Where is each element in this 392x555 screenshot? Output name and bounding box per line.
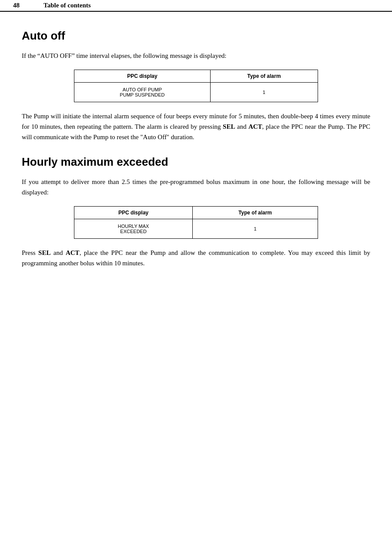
auto-off-col1-header: PPC display [74, 70, 211, 83]
sel-bold-1: SEL [223, 123, 235, 130]
header-title: Table of contents [44, 2, 91, 9]
table-row: AUTO OFF PUMPPUMP SUSPENDED 1 [74, 83, 318, 102]
auto-off-intro: If the “AUTO OFF” time interval elapses,… [22, 50, 370, 61]
auto-off-row1-col2: 1 [210, 83, 318, 102]
hourly-row1-col1: HOURLY MAXEXCEEDED [74, 219, 193, 239]
auto-off-table: PPC display Type of alarm AUTO OFF PUMPP… [74, 70, 318, 102]
page-header: 48 Table of contents [0, 0, 392, 12]
page-content: Auto off If the “AUTO OFF” time interval… [0, 12, 392, 294]
hourly-max-body: Press SEL and ACT, place the PPC near th… [22, 247, 370, 268]
hourly-max-table-wrapper: PPC display Type of alarm HOURLY MAXEXCE… [74, 206, 318, 239]
hourly-col2-header: Type of alarm [193, 207, 318, 219]
sel-bold-2: SEL [38, 249, 50, 256]
act-bold-2: ACT [66, 249, 80, 256]
hourly-max-table: PPC display Type of alarm HOURLY MAXEXCE… [74, 206, 318, 239]
act-bold-1: ACT [248, 123, 262, 130]
auto-off-body: The Pump will initiate the internal alar… [22, 111, 370, 142]
hourly-col1-header: PPC display [74, 207, 193, 219]
page-number: 48 [13, 2, 26, 9]
section-title-auto-off: Auto off [22, 29, 370, 43]
auto-off-row1-col1: AUTO OFF PUMPPUMP SUSPENDED [74, 83, 211, 102]
section-title-hourly-max: Hourly maximum exceeded [22, 155, 370, 169]
table-row: HOURLY MAXEXCEEDED 1 [74, 219, 318, 239]
auto-off-table-wrapper: PPC display Type of alarm AUTO OFF PUMPP… [74, 70, 318, 102]
hourly-max-intro: If you attempt to deliver more than 2.5 … [22, 177, 370, 197]
auto-off-col2-header: Type of alarm [210, 70, 318, 83]
hourly-row1-col2: 1 [193, 219, 318, 239]
